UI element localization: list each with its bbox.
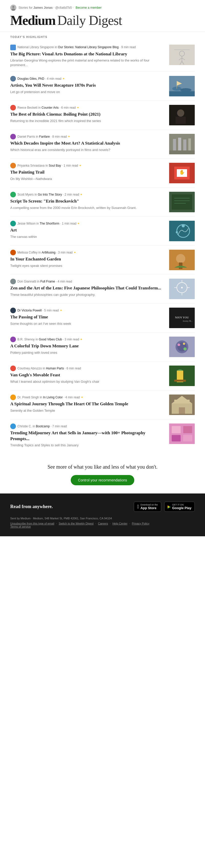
highlights-label: TODAY'S HIGHLIGHTS <box>0 32 205 38</box>
article-meta-text: Jesse Wilson in The Shortform · 1 min re… <box>18 222 80 226</box>
article-item[interactable]: Don Giannatti in Full Frame · 4 min read… <box>10 275 195 304</box>
dark-footer-top: Read from anywhere.  Download on the Ap… <box>10 502 195 512</box>
tos-link[interactable]: Terms of service <box>10 525 31 528</box>
article-subtitle: Pottery painting with loved ones <box>10 350 165 355</box>
app-buttons:  Download on the App Store ▶ GET IT ON … <box>134 502 195 512</box>
svg-rect-36 <box>169 221 195 241</box>
svg-point-1 <box>12 6 14 8</box>
article-item[interactable]: National Library Singapore in Our Storie… <box>10 40 195 72</box>
google-play-button[interactable]: ▶ GET IT ON Google Play <box>164 502 195 512</box>
article-image <box>169 424 195 444</box>
unsubscribe-link[interactable]: Unsubscribe from this type of email <box>10 522 54 525</box>
article-content: B.R. Shenoy in Good Vibes Club · 3 min r… <box>10 337 165 355</box>
article-item[interactable]: Courtney Abruzzo in Human Parts · 6 min … <box>10 362 195 391</box>
medium-logo: Medium Daily Digest <box>10 13 195 28</box>
careers-link[interactable]: Careers <box>98 522 108 525</box>
footer-links: Unsubscribe from this type of email · Sw… <box>10 522 195 528</box>
svg-point-39 <box>176 231 178 233</box>
article-meta-text: Christie C. in Bootcamp · 7 min read <box>18 425 67 429</box>
article-content: Melissa Coffey in ArtMusing · 3 min read… <box>10 250 165 268</box>
article-image: NJOY YOUJeremy M... <box>169 308 195 328</box>
email-header: Stories for James Jonas · @c6a6d7b5 · Be… <box>0 0 205 32</box>
article-title: A Colorful Trip Down Memory Lane <box>10 343 165 349</box>
article-title: Artists, You Will Never Recapture 1870s … <box>10 83 165 88</box>
author-avatar <box>10 76 16 82</box>
article-meta: Douglas Giles, PhD · 4 min read ✦ <box>10 76 165 82</box>
medium-wordmark: Medium <box>10 13 55 28</box>
footer-cta: See more of what you like and less of wh… <box>0 454 205 494</box>
article-meta-text: Priyanka Srivastava in Soul Bay · 1 min … <box>18 164 81 168</box>
svg-rect-66 <box>174 400 177 403</box>
svg-rect-24 <box>183 140 186 151</box>
article-content: Scott Myers in Go Into The Story · 2 min… <box>10 192 165 210</box>
article-title: The Painting Trail <box>10 169 165 175</box>
google-play-btn-inner: GET IT ON Google Play <box>172 503 192 510</box>
svg-rect-25 <box>189 138 191 151</box>
article-item[interactable]: Dr. Preeti Singh in In Living Color · 4 … <box>10 391 195 420</box>
article-image <box>169 105 195 125</box>
app-store-button[interactable]:  Download on the App Store <box>134 502 161 512</box>
article-title: Which Decades Inspire the Most Art? A St… <box>10 141 165 146</box>
app-store-name: App Store <box>140 506 158 510</box>
author-avatar <box>10 250 16 255</box>
article-meta-text: National Library Singapore in Our Storie… <box>18 45 136 50</box>
article-image <box>169 192 195 212</box>
article-item[interactable]: Christie C. in Bootcamp · 7 min readTren… <box>10 420 195 452</box>
article-item[interactable]: Scott Myers in Go Into The Story · 2 min… <box>10 188 195 217</box>
article-title: Zen and the Art of the Lens: Five Japane… <box>10 285 165 291</box>
articles-list: National Library Singapore in Our Storie… <box>0 38 205 454</box>
apple-icon:  <box>137 504 139 509</box>
article-content: Douglas Giles, PhD · 4 min read ✦Artists… <box>10 76 165 94</box>
digest-title: Daily Digest <box>58 13 122 28</box>
article-item[interactable]: Melissa Coffey in ArtMusing · 3 min read… <box>10 246 195 275</box>
svg-point-57 <box>183 343 185 345</box>
svg-point-38 <box>182 224 185 227</box>
footer-cta-text: See more of what you like and less of wh… <box>10 464 195 470</box>
switch-digest-link[interactable]: Switch to the Weekly Digest <box>59 522 94 525</box>
article-item[interactable]: B.R. Shenoy in Good Vibes Club · 3 min r… <box>10 333 195 362</box>
article-title: Van Gogh's Movable Feast <box>10 372 165 378</box>
help-center-link[interactable]: Help Center <box>112 522 128 525</box>
svg-rect-3 <box>169 44 195 65</box>
article-subtitle: Returning to the incredible 2021 film wh… <box>10 119 165 123</box>
article-meta-text: Reece Beckett in Counter Arts · 6 min re… <box>18 106 79 110</box>
article-item[interactable]: Daniel Parris in Fanfare · 8 min read ✦W… <box>10 130 195 159</box>
article-content: Courtney Abruzzo in Human Parts · 6 min … <box>10 366 165 384</box>
svg-point-41 <box>176 254 185 263</box>
author-avatar <box>10 221 16 226</box>
article-item[interactable]: Dr Victoria Powell · 5 min read ✦The Pas… <box>10 304 195 333</box>
privacy-link[interactable]: Privacy Policy <box>132 522 149 525</box>
article-image: ✋ <box>169 163 195 183</box>
svg-rect-22 <box>173 139 176 151</box>
become-member-link[interactable]: Become a member <box>76 6 101 9</box>
article-image <box>169 221 195 241</box>
article-meta-text: Dr. Preeti Singh in In Living Color · 4 … <box>18 396 83 400</box>
article-meta-text: Scott Myers in Go Into The Story · 2 min… <box>18 193 82 197</box>
article-item[interactable]: Douglas Giles, PhD · 4 min read ✦Artists… <box>10 72 195 101</box>
article-title: Trending Midjourney Art that Sells in Ja… <box>10 430 165 441</box>
article-item[interactable]: Priyanka Srivastava in Soul Bay · 1 min … <box>10 159 195 188</box>
article-content: Priyanka Srivastava in Soul Bay · 1 min … <box>10 163 165 181</box>
author-avatar <box>10 366 16 371</box>
svg-rect-69 <box>172 426 181 433</box>
article-meta: Reece Beckett in Counter Arts · 6 min re… <box>10 105 165 111</box>
article-meta: National Library Singapore in Our Storie… <box>10 44 165 50</box>
article-subtitle: Which historical eras are consistently p… <box>10 148 165 152</box>
article-image <box>169 395 195 415</box>
svg-text:Jeremy M...: Jeremy M... <box>183 320 193 322</box>
article-content: National Library Singapore in Our Storie… <box>10 44 165 67</box>
article-item[interactable]: Jesse Wilson in The Shortform · 1 min re… <box>10 217 195 246</box>
article-subtitle: Librarian Georgina Wong explores the pri… <box>10 58 165 67</box>
article-image <box>169 366 195 386</box>
article-item[interactable]: Reece Beckett in Counter Arts · 6 min re… <box>10 101 195 130</box>
svg-rect-61 <box>174 380 186 382</box>
article-title: The Best of British Cinema: Boiling Poin… <box>10 112 165 117</box>
article-meta: Scott Myers in Go Into The Story · 2 min… <box>10 192 165 197</box>
article-image <box>169 44 195 65</box>
recommendations-button[interactable]: Control your recommendations <box>71 475 134 485</box>
svg-rect-16 <box>169 91 195 96</box>
article-meta: Don Giannatti in Full Frame · 4 min read <box>10 279 165 284</box>
read-anywhere-text: Read from anywhere. <box>10 504 53 509</box>
author-avatar <box>10 279 16 284</box>
header-top: Stories for James Jonas · @c6a6d7b5 · Be… <box>10 5 195 11</box>
